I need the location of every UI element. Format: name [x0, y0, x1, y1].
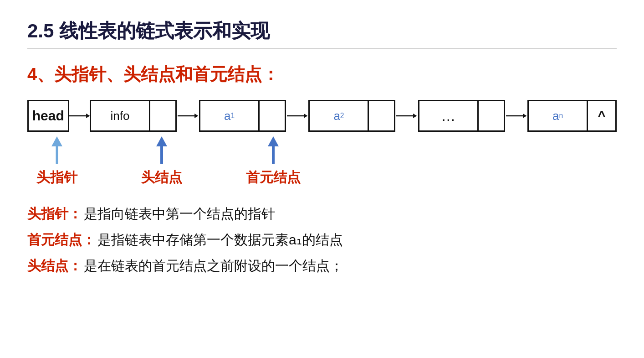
head-ptr-text: 头指针: [36, 168, 77, 187]
header-node-text: 头结点: [141, 168, 182, 187]
ellipsis-node-data: …: [419, 101, 479, 130]
desc-head-ptr-key: 头指针：: [27, 205, 82, 223]
header-node-arrow: [153, 136, 171, 166]
slide: 2.5 线性表的链式表示和实现 4、头指针、头结点和首元结点： head inf…: [0, 0, 644, 358]
header-node-box: info: [90, 100, 177, 132]
arrow-second-to-ellipsis: [396, 111, 417, 120]
ellipsis-node-ptr: [479, 101, 504, 130]
arrow-first-to-second: [287, 111, 307, 120]
second-element-node-data: a2: [310, 101, 369, 130]
first-element-node-box: a1: [199, 100, 286, 132]
ellipsis-node-box: …: [418, 100, 505, 132]
svg-marker-7: [414, 114, 417, 118]
arrow-header-to-first: [178, 111, 198, 120]
arrow-ellipsis-to-last: [506, 111, 526, 120]
head-ptr-arrow: [48, 136, 66, 166]
svg-marker-3: [194, 114, 198, 118]
first-element-node-data: a1: [200, 101, 260, 130]
header-node-data: info: [91, 101, 150, 130]
head-label: head: [32, 108, 64, 124]
desc-first-node: 首元结点： 是指链表中存储第一个数据元素a₁的结点: [27, 231, 617, 249]
section-heading: 4、头指针、头结点和首元结点：: [27, 63, 617, 86]
svg-marker-13: [156, 136, 167, 146]
last-node-ptr: ^: [588, 101, 615, 130]
slide-title: 2.5 线性表的链式表示和实现: [27, 18, 617, 49]
svg-marker-11: [51, 136, 62, 146]
svg-marker-9: [523, 114, 526, 118]
desc-first-node-key: 首元结点：: [27, 231, 96, 249]
svg-marker-1: [86, 114, 90, 118]
first-node-label-group: 首元结点: [246, 136, 301, 187]
arrow-head-to-header: [69, 111, 90, 120]
last-node-box: an ^: [527, 100, 617, 132]
linked-list-diagram: head info a1: [27, 100, 617, 132]
head-node-box: head: [27, 100, 69, 132]
first-node-text: 首元结点: [246, 168, 301, 187]
svg-marker-5: [304, 114, 307, 118]
first-node-arrow: [264, 136, 282, 166]
desc-head-ptr-val: 是指向链表中第一个结点的指针: [84, 205, 275, 223]
labels-area: 头指针 头结点 首元结点: [27, 136, 617, 191]
desc-header-node: 头结点： 是在链表的首元结点之前附设的一个结点；: [27, 257, 617, 275]
header-node-ptr: [150, 101, 175, 130]
desc-first-node-val: 是指链表中存储第一个数据元素a₁的结点: [97, 231, 343, 249]
desc-header-node-key: 头结点：: [27, 257, 82, 275]
descriptions: 头指针： 是指向链表中第一个结点的指针 首元结点： 是指链表中存储第一个数据元素…: [27, 205, 617, 275]
svg-marker-15: [268, 136, 279, 146]
header-node-label-group: 头结点: [141, 136, 182, 187]
second-element-node-box: a2: [308, 100, 395, 132]
desc-header-node-val: 是在链表的首元结点之前附设的一个结点；: [84, 257, 343, 275]
second-element-node-ptr: [369, 101, 394, 130]
first-element-node-ptr: [260, 101, 285, 130]
desc-head-ptr: 头指针： 是指向链表中第一个结点的指针: [27, 205, 617, 223]
last-node-data: an: [529, 101, 588, 130]
head-pointer-label-group: 头指针: [36, 136, 77, 187]
